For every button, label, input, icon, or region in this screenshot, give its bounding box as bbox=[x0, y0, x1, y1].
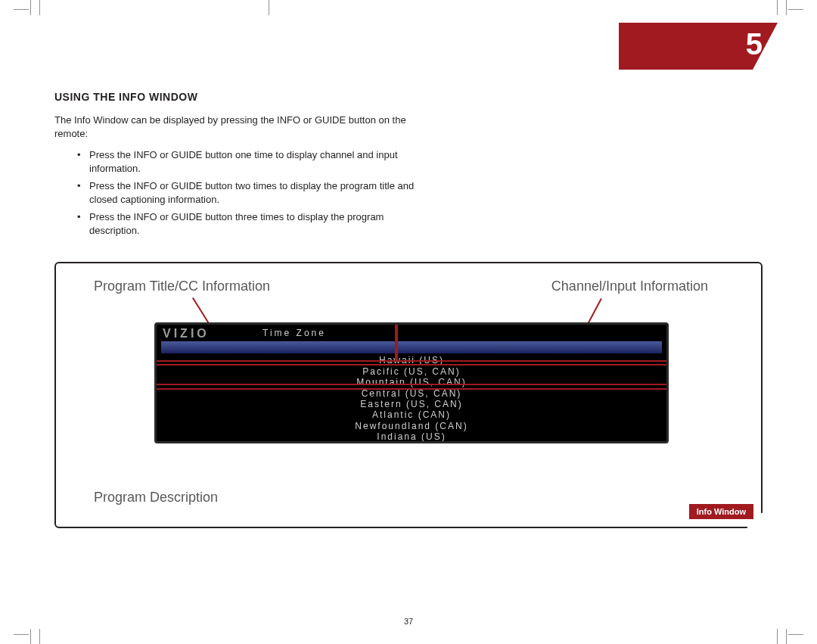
list-item: Press the INFO or GUIDE button one time … bbox=[77, 146, 418, 177]
intro-text: The Info Window can be displayed by pres… bbox=[54, 114, 418, 140]
highlight-rect-description bbox=[154, 388, 669, 443]
section-title: USING THE INFO WINDOW bbox=[54, 91, 763, 103]
figure-box: Program Title/CC Information Channel/Inp… bbox=[54, 262, 763, 528]
crop-mark bbox=[786, 629, 787, 644]
chapter-tab: 5 bbox=[619, 23, 778, 70]
crop-mark bbox=[269, 0, 269, 15]
highlight-rect-channel-input bbox=[396, 322, 669, 362]
page-number: 37 bbox=[404, 617, 413, 626]
tv-list-item: Arizona (US) bbox=[157, 443, 666, 444]
crop-mark bbox=[30, 0, 31, 15]
crop-mark bbox=[30, 629, 31, 644]
crop-mark bbox=[788, 634, 803, 635]
highlight-rect-middle bbox=[154, 364, 669, 385]
crop-mark bbox=[788, 9, 803, 10]
figure-label: Info Window bbox=[689, 504, 753, 519]
list-item: Press the INFO or GUIDE button three tim… bbox=[77, 208, 418, 239]
list-item: Press the INFO or GUIDE button two times… bbox=[77, 177, 418, 208]
crop-mark bbox=[14, 634, 29, 635]
steps-list: Press the INFO or GUIDE button one time … bbox=[77, 146, 418, 239]
chapter-number: 5 bbox=[746, 27, 763, 61]
crop-mark bbox=[39, 0, 40, 15]
callout-channel-input: Channel/Input Information bbox=[551, 278, 708, 294]
crop-mark bbox=[39, 629, 40, 644]
crop-mark bbox=[786, 0, 787, 15]
callout-program-description: Program Description bbox=[94, 490, 218, 506]
crop-mark bbox=[777, 629, 778, 644]
content-area: USING THE INFO WINDOW The Info Window ca… bbox=[54, 91, 763, 528]
highlight-rect-program-title bbox=[154, 322, 396, 362]
page: 5 USING THE INFO WINDOW The Info Window … bbox=[39, 15, 778, 629]
tv-screenshot: VIZIO Time Zone Hawaii (US) Pacific (US,… bbox=[154, 322, 669, 443]
crop-mark bbox=[777, 0, 778, 15]
callout-program-title-cc: Program Title/CC Information bbox=[94, 278, 270, 294]
crop-mark bbox=[14, 9, 29, 10]
